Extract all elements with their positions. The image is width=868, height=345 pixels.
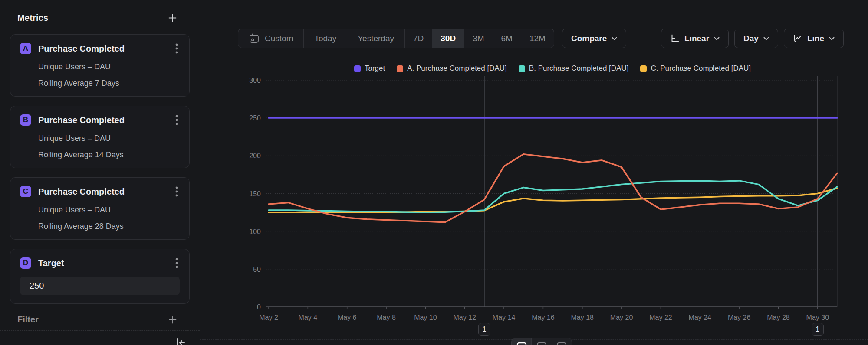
range-label: Yesterday: [358, 34, 394, 43]
svg-text:May 22: May 22: [649, 314, 672, 321]
svg-text:May 14: May 14: [493, 314, 516, 321]
legend-label: B. Purchase Completed [DAU]: [529, 64, 629, 73]
range-today[interactable]: Today: [303, 29, 347, 48]
annotation-badge[interactable]: 1: [478, 323, 490, 336]
svg-text:250: 250: [249, 114, 261, 122]
svg-text:50: 50: [253, 266, 261, 273]
scale-label: Linear: [684, 34, 709, 43]
metrics-sidebar: Metrics A Purchase Completed Unique User…: [0, 0, 200, 345]
granularity-select-button[interactable]: Day: [734, 29, 778, 48]
target-menu-button[interactable]: [174, 257, 180, 270]
metric-card-list: A Purchase Completed Unique Users – DAU …: [10, 34, 190, 304]
kebab-icon: [175, 257, 178, 269]
compare-label: Compare: [571, 34, 607, 43]
plus-icon: [169, 316, 177, 324]
range-12m[interactable]: 12M: [521, 29, 554, 48]
svg-text:May 16: May 16: [532, 314, 555, 321]
granularity-label: Day: [743, 34, 759, 43]
collapse-sidebar-button[interactable]: [174, 337, 187, 345]
metric-card-c[interactable]: C Purchase Completed Unique Users – DAU …: [10, 177, 190, 240]
view-split-button[interactable]: [531, 338, 551, 345]
metric-measure: Unique Users – DAU: [38, 205, 180, 215]
sidebar-footer-divider: [0, 330, 200, 331]
metric-measure: Unique Users – DAU: [38, 134, 180, 143]
metric-transform: Rolling Average 7 Days: [38, 79, 180, 88]
metric-card-a[interactable]: A Purchase Completed Unique Users – DAU …: [10, 34, 190, 97]
svg-text:May 26: May 26: [728, 314, 751, 321]
legend-swatch: [354, 65, 361, 72]
metric-menu-button[interactable]: [174, 114, 180, 127]
legend-item-a[interactable]: A. Purchase Completed [DAU]: [397, 64, 507, 73]
legend-item-target[interactable]: Target: [354, 64, 385, 73]
metric-measure: Unique Users – DAU: [38, 62, 180, 72]
target-value-input[interactable]: 250: [20, 277, 180, 295]
sidebar-title: Metrics: [17, 13, 48, 23]
legend-item-c[interactable]: C. Purchase Completed [DAU]: [640, 64, 751, 73]
legend-label: Target: [365, 64, 385, 73]
svg-text:May 18: May 18: [571, 314, 594, 321]
range-label: Custom: [265, 34, 293, 43]
metric-transform: Rolling Average 14 Days: [38, 150, 180, 159]
target-badge: D: [20, 257, 31, 269]
range-label: 3M: [473, 34, 484, 43]
line-chart[interactable]: 050100150200250300May 2May 4May 6May 8Ma…: [200, 0, 868, 345]
range-label: 30D: [441, 34, 456, 43]
svg-text:May 20: May 20: [610, 314, 633, 321]
range-7d[interactable]: 7D: [404, 29, 432, 48]
svg-text:May 8: May 8: [377, 314, 396, 321]
annotation-badge[interactable]: 1: [812, 323, 824, 336]
add-filter-button[interactable]: [169, 316, 177, 324]
kebab-icon: [175, 114, 178, 126]
range-label: 6M: [501, 34, 513, 43]
legend-label: C. Purchase Completed [DAU]: [651, 64, 751, 73]
compare-button[interactable]: Compare: [562, 29, 626, 48]
svg-text:May 30: May 30: [806, 314, 829, 321]
metric-transform: Rolling Average 28 Days: [38, 222, 180, 231]
view-chart-button[interactable]: [512, 338, 531, 345]
sidebar-header: Metrics: [17, 13, 177, 23]
legend-swatch: [519, 65, 525, 72]
chart-type-label: Line: [807, 34, 824, 43]
add-metric-button[interactable]: [168, 14, 177, 22]
legend-label: A. Purchase Completed [DAU]: [407, 64, 507, 73]
chart-type-select-button[interactable]: Line: [784, 29, 844, 48]
svg-text:May 6: May 6: [338, 314, 357, 321]
target-card[interactable]: D Target 250: [10, 249, 190, 304]
calendar-icon: [249, 33, 260, 44]
scale-select-button[interactable]: Linear: [661, 29, 729, 48]
svg-text:0: 0: [257, 303, 261, 311]
chevron-down-icon: [612, 37, 617, 40]
metric-badge-a: A: [20, 43, 31, 54]
metric-menu-button[interactable]: [174, 42, 180, 55]
metric-badge-c: C: [20, 186, 31, 197]
view-switcher: [511, 338, 572, 345]
metric-title: Purchase Completed: [38, 115, 174, 125]
metric-menu-button[interactable]: [174, 185, 180, 198]
chart-toolbar: Custom Today Yesterday 7D 30D 3M 6M 12M …: [238, 29, 844, 48]
legend-swatch: [640, 65, 647, 72]
kebab-icon: [175, 43, 178, 54]
collapse-left-icon: [174, 337, 187, 345]
range-yesterday[interactable]: Yesterday: [347, 29, 404, 48]
chart-legend: Target A. Purchase Completed [DAU] B. Pu…: [268, 63, 837, 74]
chevron-down-icon: [829, 37, 835, 40]
range-6m[interactable]: 6M: [493, 29, 521, 48]
metric-badge-b: B: [20, 114, 31, 126]
legend-item-b[interactable]: B. Purchase Completed [DAU]: [519, 64, 629, 73]
view-table-button[interactable]: [552, 338, 572, 345]
time-range-selector: Custom Today Yesterday 7D 30D 3M 6M 12M: [238, 29, 554, 48]
range-label: 12M: [529, 34, 546, 43]
split-view-icon: [536, 342, 547, 345]
svg-text:May 12: May 12: [453, 314, 476, 321]
range-custom[interactable]: Custom: [238, 29, 303, 48]
range-30d[interactable]: 30D: [432, 29, 464, 48]
svg-text:May 2: May 2: [259, 314, 278, 321]
svg-text:150: 150: [249, 190, 261, 198]
range-3m[interactable]: 3M: [464, 29, 492, 48]
metric-card-b[interactable]: B Purchase Completed Unique Users – DAU …: [10, 106, 190, 168]
plus-icon: [168, 14, 177, 22]
filter-label: Filter: [17, 315, 39, 325]
metric-title: Purchase Completed: [38, 44, 174, 54]
svg-text:May 28: May 28: [767, 314, 790, 321]
metric-title: Purchase Completed: [38, 187, 174, 197]
